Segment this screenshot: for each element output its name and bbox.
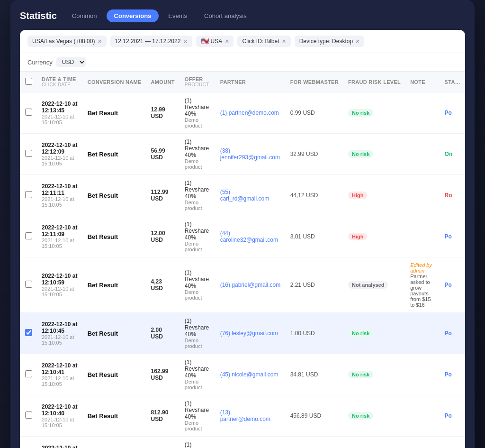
row-check-3[interactable] — [20, 175, 37, 216]
datetime-cell-9: 2022-12-10 at 12:10:342021-12-10 at 15:1… — [37, 437, 83, 448]
row-check-4[interactable] — [20, 216, 37, 257]
row-check-6[interactable] — [20, 313, 37, 354]
currency-label: Currency — [27, 59, 53, 66]
conv-name-cell-5: Bet Result — [83, 257, 146, 313]
filter-click-id[interactable]: Click ID: Bilbet × — [237, 36, 290, 47]
amount-cell-7: 162.99 USD — [146, 354, 180, 395]
select-all-header[interactable] — [20, 72, 37, 92]
currency-select[interactable]: USD EUR GBP — [56, 57, 86, 67]
row-check-2[interactable] — [20, 134, 37, 175]
note-cell-2 — [405, 134, 440, 175]
select-all-checkbox[interactable] — [25, 78, 32, 85]
datetime-cell-6: 2022-12-10 at 12:10:452021-12-10 at 15:1… — [37, 313, 83, 354]
th-datetime: DATE & TIME CLICK DATE — [37, 72, 83, 92]
th-partner: PARTNER — [216, 72, 286, 92]
tab-cohort[interactable]: Cohort analysis — [197, 9, 254, 22]
filter-device[interactable]: Device type: Desktop × — [295, 36, 365, 47]
partner-cell-9[interactable]: (78) jack_dv@gmail.com — [216, 437, 286, 448]
table-header-row: DATE & TIME CLICK DATE CONVERSION NAME A… — [20, 72, 465, 92]
checkbox-row-4[interactable] — [25, 232, 32, 239]
filter-date[interactable]: 12.12.2021 — 17.12.2022 × — [110, 36, 192, 47]
offer-cell-6: (1) Revshare 40%Demo product — [180, 313, 216, 354]
partner-cell-4[interactable]: (44) caroline32@gmail.com — [216, 216, 286, 257]
fraud-cell-6: No risk — [343, 313, 405, 354]
checkbox-row-1[interactable] — [25, 109, 32, 116]
app-title: Statistic — [20, 10, 57, 21]
note-cell-7 — [405, 354, 440, 395]
datetime-cell-1: 2022-12-10 at 12:13:452021-12-10 at 15:1… — [37, 92, 83, 134]
status-cell-4: Po — [440, 216, 465, 257]
table-row: 2022-12-10 at 12:10:402021-12-10 at 15:1… — [20, 395, 465, 437]
close-device-filter[interactable]: × — [356, 37, 359, 45]
table-row: 2022-12-10 at 12:10:592021-12-10 at 15:1… — [20, 257, 465, 313]
status-cell-5: Po — [440, 257, 465, 313]
close-click-filter[interactable]: × — [282, 37, 286, 45]
note-cell-8 — [405, 395, 440, 437]
tab-common[interactable]: Common — [64, 9, 105, 22]
table-row: 2022-12-10 at 12:12:092021-12-10 at 15:1… — [20, 134, 465, 175]
checkbox-row-5[interactable] — [25, 281, 32, 288]
close-country-filter[interactable]: × — [225, 37, 229, 45]
partner-cell-7[interactable]: (45) nicole@gmail.com — [216, 354, 286, 395]
partner-cell-2[interactable]: (38) jennifer293@gmail.com — [216, 134, 286, 175]
row-check-7[interactable] — [20, 354, 37, 395]
checkbox-row-6[interactable] — [25, 329, 32, 336]
main-panel: USA/Las Vegas (+08:00) × 12.12.2021 — 17… — [20, 30, 465, 448]
status-cell-2: On — [440, 134, 465, 175]
checkbox-row-3[interactable] — [25, 191, 32, 198]
row-check-8[interactable] — [20, 395, 37, 437]
row-check-1[interactable] — [20, 92, 37, 134]
amount-cell-6: 2.00 USD — [146, 313, 180, 354]
th-offer: OFFER PRODUCT — [180, 72, 216, 92]
amount-cell-5: 4,23 USD — [146, 257, 180, 313]
note-cell-1 — [405, 92, 440, 134]
row-check-9[interactable] — [20, 437, 37, 448]
offer-cell-7: (1) Revshare 40%Demo product — [180, 354, 216, 395]
checkbox-row-7[interactable] — [25, 370, 32, 377]
partner-cell-1[interactable]: (1) partner@demo.com — [216, 92, 286, 134]
fraud-cell-8: No risk — [343, 395, 405, 437]
partner-cell-3[interactable]: (55) carl_rd@gmail.com — [216, 175, 286, 216]
tab-conversions[interactable]: Conversions — [107, 9, 159, 22]
webmaster-cell-5: 2.21 USD — [286, 257, 343, 313]
checkbox-row-8[interactable] — [25, 411, 32, 419]
partner-cell-8[interactable]: (13) partner@demo.com — [216, 395, 286, 437]
datetime-cell-3: 2022-12-10 at 12:11:112021-12-10 at 15:1… — [37, 175, 83, 216]
datetime-cell-2: 2022-12-10 at 12:12:092021-12-10 at 15:1… — [37, 134, 83, 175]
fraud-cell-4: High — [343, 216, 405, 257]
webmaster-cell-2: 32.99 USD — [286, 134, 343, 175]
nav-tabs: Common Conversions Events Cohort analysi… — [64, 9, 254, 22]
note-cell-9 — [405, 437, 440, 448]
close-location-filter[interactable]: × — [98, 37, 101, 45]
th-note: NOTE — [405, 72, 440, 92]
filter-location[interactable]: USA/Las Vegas (+08:00) × — [27, 36, 107, 47]
status-cell-7: Po — [440, 354, 465, 395]
table-row: 2022-12-10 at 12:10:452021-12-10 at 15:1… — [20, 313, 465, 354]
table-row: 2022-12-10 at 12:13:452021-12-10 at 15:1… — [20, 92, 465, 134]
fraud-cell-3: High — [343, 175, 405, 216]
th-status: STA… — [440, 72, 465, 92]
amount-cell-9: 62.99 USD — [146, 437, 180, 448]
webmaster-cell-1: 0.99 USD — [286, 92, 343, 134]
currency-row: Currency USD EUR GBP — [20, 53, 465, 72]
table-row: 2022-12-10 at 12:11:092021-12-10 at 15:1… — [20, 216, 465, 257]
data-table: DATE & TIME CLICK DATE CONVERSION NAME A… — [20, 72, 465, 448]
th-fraud: FRAUD RISK LEVEL — [343, 72, 405, 92]
usa-flag-icon: 🇺🇸 — [201, 37, 209, 45]
tab-events[interactable]: Events — [161, 9, 195, 22]
th-convname: CONVERSION NAME — [83, 72, 146, 92]
filter-country[interactable]: 🇺🇸 USA × — [196, 36, 234, 47]
conv-name-cell-8: Bet Result — [83, 395, 146, 437]
app-container: Statistic Common Conversions Events Coho… — [10, 0, 475, 448]
note-cell-3 — [405, 175, 440, 216]
offer-cell-8: (1) Revshare 40%Demo product — [180, 395, 216, 437]
checkbox-row-2[interactable] — [25, 150, 32, 157]
partner-cell-5[interactable]: (16) gabriel@gmail.com — [216, 257, 286, 313]
table-row: 2022-12-10 at 12:10:412021-12-10 at 15:1… — [20, 354, 465, 395]
amount-cell-4: 12.00 USD — [146, 216, 180, 257]
note-cell-5: Edited by adminPartner asked to grow pay… — [405, 257, 440, 313]
partner-cell-6[interactable]: (76) lesley@gmail.com — [216, 313, 286, 354]
row-check-5[interactable] — [20, 257, 37, 313]
close-date-filter[interactable]: × — [183, 37, 187, 45]
offer-cell-5: (1) Revshare 40%Demo product — [180, 257, 216, 313]
